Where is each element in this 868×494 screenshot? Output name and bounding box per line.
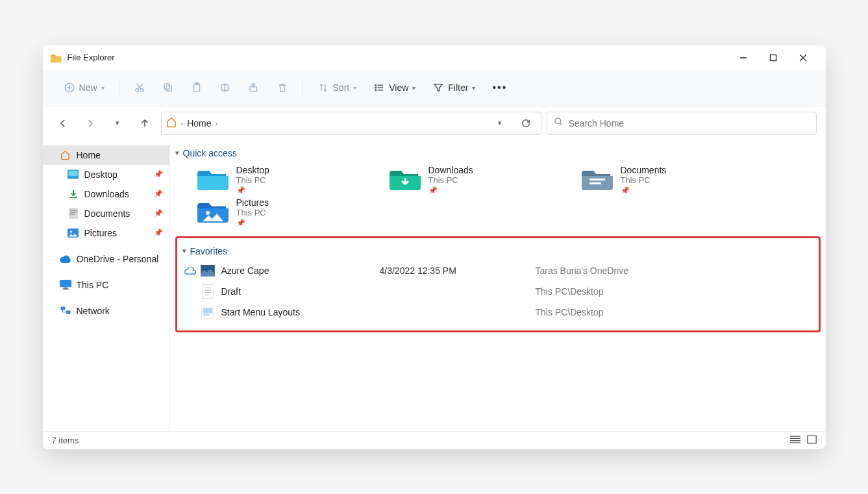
item-date: 4/3/2022 12:35 PM — [380, 266, 497, 276]
quick-access-item-desktop[interactable]: Desktop This PC 📌 — [197, 165, 366, 195]
cut-button[interactable] — [127, 78, 152, 97]
new-button[interactable]: New ▾ — [57, 78, 111, 97]
sidebar-item-thispc[interactable]: This PC — [43, 275, 169, 295]
view-button[interactable]: View ▾ — [367, 78, 422, 97]
search-input[interactable] — [569, 118, 810, 129]
svg-rect-37 — [60, 307, 65, 310]
pin-icon: 📌 — [154, 170, 163, 179]
close-button[interactable] — [788, 45, 818, 70]
desktop-folder-icon — [197, 165, 229, 192]
favorite-item[interactable]: Draft This PC\Desktop — [182, 281, 813, 302]
svg-point-18 — [375, 85, 377, 86]
item-name: Azure Cape — [217, 266, 380, 276]
sidebar-item-documents[interactable]: Documents 📌 — [43, 204, 169, 223]
quick-access-item-documents[interactable]: Documents This PC 📌 — [582, 165, 750, 195]
text-file-icon — [198, 284, 217, 299]
maximize-button[interactable] — [758, 45, 788, 70]
item-count: 7 items — [52, 436, 79, 445]
sidebar-item-label: Pictures — [84, 228, 118, 238]
network-icon — [60, 305, 71, 317]
sidebar-item-label: This PC — [77, 280, 109, 290]
rename-button[interactable] — [213, 78, 238, 97]
recent-dropdown[interactable]: ▾ — [106, 112, 129, 134]
pin-icon: 📌 — [236, 186, 269, 195]
address-dropdown[interactable]: ▾ — [489, 112, 511, 134]
chevron-down-icon: ▾ — [182, 247, 186, 255]
section-favorites[interactable]: ▾ Favorites — [182, 245, 813, 260]
item-location: This PC\Desktop — [536, 307, 604, 317]
search-box[interactable] — [547, 112, 817, 135]
view-label: View — [389, 82, 408, 93]
up-button[interactable] — [134, 112, 156, 134]
downloads-folder-icon — [390, 165, 421, 192]
sidebar-item-onedrive[interactable]: OneDrive - Personal — [43, 249, 169, 269]
paste-button[interactable] — [184, 78, 209, 97]
toolbar-divider — [119, 79, 119, 96]
sidebar-item-network[interactable]: Network — [43, 301, 169, 321]
svg-rect-1 — [770, 55, 776, 60]
favorite-item[interactable]: Azure Cape 4/3/2022 12:35 PM Taras Buria… — [182, 260, 813, 281]
svg-rect-36 — [62, 289, 68, 290]
svg-rect-50 — [203, 314, 209, 315]
toolbar-divider — [303, 79, 303, 96]
item-location: This PC — [621, 175, 667, 185]
more-button[interactable]: ••• — [486, 78, 514, 97]
minimize-button[interactable] — [728, 45, 758, 70]
svg-rect-30 — [70, 212, 77, 212]
section-label: Favorites — [190, 246, 228, 256]
svg-rect-27 — [68, 171, 77, 177]
sidebar-item-desktop[interactable]: Desktop 📌 — [43, 165, 169, 184]
quick-access-item-downloads[interactable]: Downloads This PC 📌 — [390, 165, 558, 195]
home-icon — [166, 116, 177, 130]
sidebar-item-label: Network — [77, 306, 110, 316]
sidebar-item-label: Home — [77, 150, 101, 160]
sidebar-item-pictures[interactable]: Pictures 📌 — [43, 223, 169, 243]
download-icon — [68, 188, 79, 200]
breadcrumb-home[interactable]: Home — [187, 118, 211, 129]
forward-button[interactable] — [79, 112, 101, 134]
svg-rect-28 — [69, 208, 78, 219]
quick-access-grid: Desktop This PC 📌 Downloads This PC 📌 — [175, 165, 821, 227]
sidebar-item-home[interactable]: Home — [43, 145, 169, 165]
details-view-button[interactable] — [790, 435, 800, 446]
window-title: File Explorer — [68, 53, 115, 62]
sort-button[interactable]: Sort ▾ — [311, 78, 364, 97]
titlebar[interactable]: File Explorer — [43, 45, 826, 70]
home-icon — [60, 149, 71, 161]
svg-point-33 — [70, 230, 73, 233]
svg-point-19 — [375, 87, 377, 88]
filter-button[interactable]: Filter ▾ — [426, 78, 482, 97]
sidebar-item-label: OneDrive - Personal — [77, 254, 159, 264]
pin-icon: 📌 — [154, 209, 163, 217]
sidebar-item-downloads[interactable]: Downloads 📌 — [43, 184, 169, 204]
quick-access-item-pictures[interactable]: Pictures This PC 📌 — [197, 197, 366, 227]
svg-rect-40 — [589, 182, 601, 184]
svg-line-25 — [560, 123, 562, 125]
share-button[interactable] — [242, 78, 266, 97]
address-bar[interactable]: › Home › ▾ — [161, 112, 541, 135]
cloud-icon — [60, 253, 71, 265]
svg-rect-55 — [807, 436, 815, 443]
pin-icon: 📌 — [428, 186, 473, 195]
document-icon — [68, 208, 79, 219]
copy-button[interactable] — [156, 78, 180, 97]
back-button[interactable] — [52, 112, 74, 134]
favorite-item[interactable]: Start Menu Layouts This PC\Desktop — [182, 302, 813, 323]
svg-rect-35 — [64, 288, 68, 289]
pictures-folder-icon — [197, 197, 229, 225]
delete-button[interactable] — [270, 78, 295, 97]
thumbnails-view-button[interactable] — [807, 435, 817, 446]
svg-rect-31 — [70, 214, 75, 214]
cloud-status-icon — [182, 267, 198, 275]
item-name: Documents — [621, 165, 667, 175]
svg-rect-43 — [202, 284, 214, 299]
navigation-pane: Home Desktop 📌 Downloads 📌 Documents 📌 P… — [43, 140, 170, 431]
pin-icon: 📌 — [154, 190, 163, 198]
pin-icon: 📌 — [236, 219, 269, 227]
section-quick-access[interactable]: ▾ Quick access — [175, 147, 821, 165]
item-location: This PC — [236, 208, 269, 217]
chevron-down-icon: ▾ — [472, 84, 475, 92]
svg-rect-34 — [60, 280, 71, 287]
refresh-button[interactable] — [515, 112, 537, 134]
pin-icon: 📌 — [621, 186, 667, 195]
